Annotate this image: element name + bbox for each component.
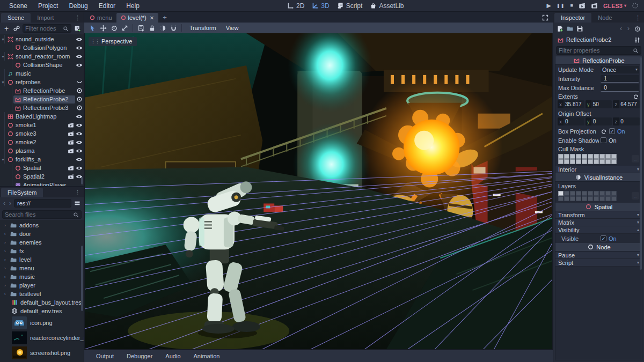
bottom-tab-audio[interactable]: Audio xyxy=(160,351,186,361)
bottom-tab-animation[interactable]: Animation xyxy=(188,351,225,361)
layer-bit[interactable] xyxy=(570,154,575,159)
perspective-menu[interactable]: ⋮⋮ Perspective xyxy=(89,37,137,46)
tree-node-sound_outside[interactable]: ▾sound_outside xyxy=(0,35,84,43)
visibility-eye-ring-icon[interactable] xyxy=(76,105,83,111)
workspace-assetlib[interactable]: AssetLib xyxy=(370,2,404,10)
layer-bit[interactable] xyxy=(570,196,575,201)
scene-tab-level[interactable]: level(*)✕ xyxy=(116,13,159,23)
dock-options-icon[interactable]: ⋮ xyxy=(632,14,644,23)
tree-node-ReflectionProbe[interactable]: ReflectionProbe xyxy=(0,86,84,95)
open-scene-icon[interactable] xyxy=(68,139,74,145)
section-interior[interactable]: Interior▾ xyxy=(555,166,642,173)
visibility-eye-icon[interactable] xyxy=(76,156,83,163)
play-custom-scene-button[interactable] xyxy=(591,2,598,9)
expand-arrow-icon[interactable]: › xyxy=(4,240,10,245)
cursor-tool-icon[interactable] xyxy=(87,24,97,32)
tab-filesystem[interactable]: FileSystem xyxy=(1,188,43,197)
scene-tab-menu[interactable]: menu xyxy=(85,13,116,23)
workspace-script[interactable]: Script xyxy=(337,2,363,10)
layer-bit[interactable] xyxy=(558,196,564,201)
layer-bit[interactable] xyxy=(605,159,611,164)
checkbox-enable-shadows[interactable] xyxy=(601,137,606,143)
layer-bit[interactable] xyxy=(576,196,581,201)
tree-node-Spatial2[interactable]: Spatial2 xyxy=(0,172,84,181)
layer-bit[interactable] xyxy=(611,196,617,201)
history-back-icon[interactable]: ‹ xyxy=(2,200,6,207)
fs-file[interactable]: screenshot.png xyxy=(0,345,84,360)
menu-project[interactable]: Project xyxy=(33,1,63,11)
visibility-eye-icon[interactable] xyxy=(76,45,83,51)
resource-path-field[interactable]: res:// xyxy=(14,199,71,208)
layer-bit[interactable] xyxy=(594,196,599,201)
bitmask-more-button[interactable]: .. xyxy=(632,155,639,162)
menu-scene[interactable]: Scene xyxy=(4,1,32,11)
local-space-icon[interactable] xyxy=(158,24,167,32)
revert-icon[interactable] xyxy=(633,93,639,100)
layer-bit[interactable] xyxy=(564,191,569,196)
open-scene-icon[interactable] xyxy=(68,147,74,154)
list-select-icon[interactable] xyxy=(136,24,146,32)
viewport-3d[interactable]: ⋮⋮ Perspective xyxy=(84,33,553,350)
tree-node-refprobes[interactable]: ▾refprobes xyxy=(0,78,84,86)
number-field-intensity[interactable]: 1 xyxy=(601,75,639,83)
visibility-eye-icon[interactable] xyxy=(76,62,83,69)
edit-back-icon[interactable]: ‹ xyxy=(619,25,623,32)
visibility-eye-closed-icon[interactable] xyxy=(76,79,83,85)
layer-bit[interactable] xyxy=(564,154,569,159)
pause-button[interactable]: ❚❚ xyxy=(557,4,565,8)
visibility-eye-icon[interactable] xyxy=(76,113,83,120)
layer-bit[interactable] xyxy=(570,191,575,196)
vector-component-y[interactable]: y0 xyxy=(586,117,612,125)
layer-bit[interactable] xyxy=(576,159,581,164)
layer-bit[interactable] xyxy=(588,154,593,159)
layer-bit[interactable] xyxy=(576,191,581,196)
tab-scene[interactable]: Scene xyxy=(1,13,31,23)
layer-bit[interactable] xyxy=(582,191,587,196)
open-scene-icon[interactable] xyxy=(68,130,74,137)
layer-bit[interactable] xyxy=(605,196,611,201)
history-forward-icon[interactable]: › xyxy=(8,200,12,207)
expand-arrow-icon[interactable]: › xyxy=(4,283,10,288)
save-resource-icon[interactable] xyxy=(576,25,583,32)
menu-help[interactable]: Help xyxy=(121,1,144,11)
layer-bit[interactable] xyxy=(582,196,587,201)
layer-bit[interactable] xyxy=(582,154,587,159)
lock-icon[interactable] xyxy=(147,24,157,32)
visibility-eye-icon[interactable] xyxy=(76,36,83,43)
fs-file[interactable]: default_bus_layout.tres xyxy=(0,298,84,307)
workspace-3d[interactable]: 3D xyxy=(312,2,329,10)
close-tab-icon[interactable]: ✕ xyxy=(149,15,154,21)
section-visibility[interactable]: Visibility▴ xyxy=(555,226,642,234)
play-scene-button[interactable] xyxy=(579,2,586,9)
filter-properties-input[interactable]: Filter properties xyxy=(556,46,641,55)
fs-file[interactable]: default_env.tres xyxy=(0,307,84,315)
fs-folder-enemies[interactable]: ›enemies xyxy=(0,238,84,247)
layer-bit[interactable] xyxy=(599,159,605,164)
vector-component-y[interactable]: y50 xyxy=(586,100,612,108)
tree-node-music[interactable]: ♫music xyxy=(0,69,84,78)
layer-bit[interactable] xyxy=(570,159,575,164)
scene-tree-scrollbar[interactable] xyxy=(81,177,83,184)
fs-folder-menu[interactable]: ›menu xyxy=(0,264,84,272)
fs-folder-player[interactable]: ›player xyxy=(0,281,84,290)
expand-arrow-icon[interactable]: ▾ xyxy=(0,37,6,42)
search-files-input[interactable]: Search files xyxy=(2,210,82,219)
layer-bit[interactable] xyxy=(558,191,564,196)
rotate-tool-icon[interactable] xyxy=(109,24,119,32)
fs-file[interactable]: icon.png xyxy=(0,315,84,330)
new-resource-icon[interactable] xyxy=(557,25,564,32)
layer-bit[interactable] xyxy=(611,191,617,196)
checkbox-box-projection[interactable]: ✓ xyxy=(609,128,615,134)
tab-import[interactable]: Import xyxy=(31,13,60,23)
workspace-2d[interactable]: 2D xyxy=(287,2,304,10)
layer-bit[interactable] xyxy=(588,159,593,164)
expand-arrow-icon[interactable]: ▾ xyxy=(0,54,6,59)
section-pause[interactable]: Pause▾ xyxy=(555,252,642,259)
layer-bit[interactable] xyxy=(582,159,587,164)
tree-node-CollisionPolygon[interactable]: CollisionPolygon xyxy=(0,43,84,52)
vector-component-x[interactable]: x35.817 xyxy=(558,100,584,108)
instance-scene-button[interactable] xyxy=(12,24,21,33)
layer-bit[interactable] xyxy=(564,196,569,201)
visibility-eye-icon[interactable] xyxy=(76,53,83,60)
vector-component-z[interactable]: z64.577 xyxy=(613,100,640,108)
